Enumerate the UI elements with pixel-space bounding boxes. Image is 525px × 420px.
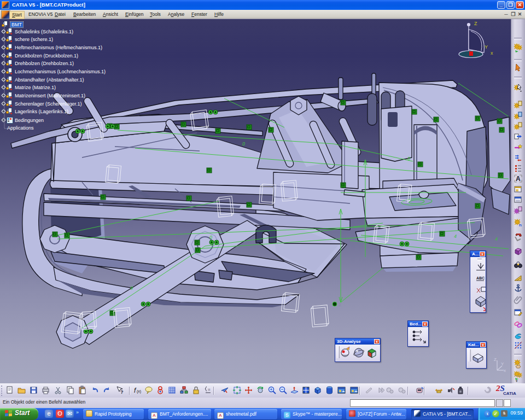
svg-text:(x): (x): [137, 389, 141, 394]
svg-text:Z: Z: [494, 357, 497, 362]
svg-text:x: x: [491, 50, 493, 56]
svg-text:Y: Y: [485, 44, 488, 50]
svg-text:0: 0: [242, 141, 245, 147]
svg-text:A: A: [516, 175, 521, 183]
svg-text:ABC: ABC: [476, 276, 485, 280]
svg-text:Y: Y: [501, 361, 504, 366]
svg-text:x: x: [504, 368, 506, 373]
svg-text:9: 9: [130, 285, 133, 291]
svg-text:?: ?: [120, 389, 124, 395]
svg-text:4: 4: [495, 236, 498, 242]
svg-text:0: 0: [407, 156, 410, 161]
svg-text:=: =: [208, 387, 211, 392]
svg-text:n: n: [519, 223, 522, 228]
svg-text:2: 2: [339, 302, 341, 307]
svg-text:Z: Z: [474, 21, 477, 26]
svg-text:4: 4: [454, 234, 457, 239]
svg-text:0: 0: [209, 235, 212, 240]
